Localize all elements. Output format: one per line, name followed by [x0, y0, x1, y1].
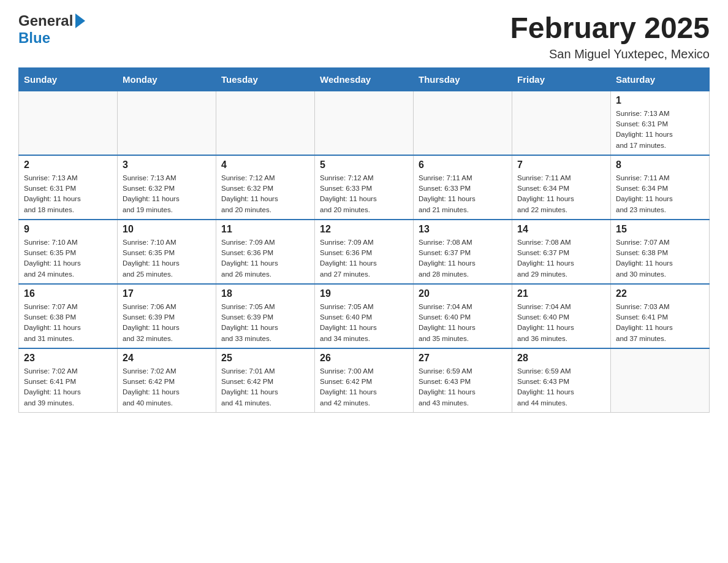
calendar-week-row: 16Sunrise: 7:07 AM Sunset: 6:38 PM Dayli…: [19, 284, 710, 348]
calendar-day-cell: 22Sunrise: 7:03 AM Sunset: 6:41 PM Dayli…: [611, 284, 710, 348]
calendar-day-cell: 3Sunrise: 7:13 AM Sunset: 6:32 PM Daylig…: [118, 155, 216, 220]
calendar-day-cell: 2Sunrise: 7:13 AM Sunset: 6:31 PM Daylig…: [19, 155, 118, 220]
day-number: 5: [320, 159, 408, 170]
calendar-header-friday: Friday: [512, 67, 611, 91]
day-number: 7: [517, 159, 605, 170]
day-info: Sunrise: 6:59 AM Sunset: 6:43 PM Dayligh…: [517, 366, 605, 408]
logo-blue-text: Blue: [18, 29, 50, 47]
page-header: General Blue February 2025 San Miguel Yu…: [18, 12, 710, 61]
location-title: San Miguel Yuxtepec, Mexico: [510, 47, 710, 61]
day-info: Sunrise: 7:05 AM Sunset: 6:40 PM Dayligh…: [320, 302, 408, 344]
day-number: 3: [123, 159, 211, 170]
calendar-day-cell: 28Sunrise: 6:59 AM Sunset: 6:43 PM Dayli…: [512, 348, 611, 413]
calendar-day-cell: [414, 91, 512, 155]
calendar-day-cell: 21Sunrise: 7:04 AM Sunset: 6:40 PM Dayli…: [512, 284, 611, 348]
calendar-day-cell: 17Sunrise: 7:06 AM Sunset: 6:39 PM Dayli…: [118, 284, 216, 348]
day-number: 9: [24, 224, 112, 235]
day-info: Sunrise: 7:09 AM Sunset: 6:36 PM Dayligh…: [320, 237, 408, 280]
month-title: February 2025: [510, 12, 710, 45]
calendar-header-monday: Monday: [118, 67, 216, 91]
day-info: Sunrise: 7:10 AM Sunset: 6:35 PM Dayligh…: [24, 237, 112, 280]
calendar-day-cell: 4Sunrise: 7:12 AM Sunset: 6:32 PM Daylig…: [216, 155, 315, 220]
day-number: 26: [320, 353, 408, 364]
day-number: 22: [616, 288, 704, 299]
calendar-day-cell: 23Sunrise: 7:02 AM Sunset: 6:41 PM Dayli…: [19, 348, 118, 413]
day-info: Sunrise: 7:11 AM Sunset: 6:34 PM Dayligh…: [517, 173, 605, 215]
day-number: 16: [24, 288, 112, 299]
day-number: 15: [616, 224, 704, 235]
calendar-day-cell: 6Sunrise: 7:11 AM Sunset: 6:33 PM Daylig…: [414, 155, 512, 220]
day-info: Sunrise: 7:00 AM Sunset: 6:42 PM Dayligh…: [320, 366, 408, 408]
calendar-day-cell: [315, 91, 414, 155]
calendar-week-row: 2Sunrise: 7:13 AM Sunset: 6:31 PM Daylig…: [19, 155, 710, 220]
calendar-day-cell: 15Sunrise: 7:07 AM Sunset: 6:38 PM Dayli…: [611, 220, 710, 284]
day-info: Sunrise: 7:11 AM Sunset: 6:33 PM Dayligh…: [419, 173, 507, 215]
day-info: Sunrise: 7:10 AM Sunset: 6:35 PM Dayligh…: [123, 237, 211, 280]
day-number: 21: [517, 288, 605, 299]
calendar-week-row: 1Sunrise: 7:13 AM Sunset: 6:31 PM Daylig…: [19, 91, 710, 155]
calendar-header-sunday: Sunday: [19, 67, 118, 91]
calendar-day-cell: 18Sunrise: 7:05 AM Sunset: 6:39 PM Dayli…: [216, 284, 315, 348]
day-info: Sunrise: 7:12 AM Sunset: 6:33 PM Dayligh…: [320, 173, 408, 215]
day-info: Sunrise: 7:02 AM Sunset: 6:41 PM Dayligh…: [24, 366, 112, 408]
calendar-header-tuesday: Tuesday: [216, 67, 315, 91]
calendar-week-row: 9Sunrise: 7:10 AM Sunset: 6:35 PM Daylig…: [19, 220, 710, 284]
calendar-day-cell: 27Sunrise: 6:59 AM Sunset: 6:43 PM Dayli…: [414, 348, 512, 413]
day-info: Sunrise: 7:02 AM Sunset: 6:42 PM Dayligh…: [123, 366, 211, 408]
calendar-header-saturday: Saturday: [611, 67, 710, 91]
calendar-day-cell: 20Sunrise: 7:04 AM Sunset: 6:40 PM Dayli…: [414, 284, 512, 348]
day-info: Sunrise: 7:13 AM Sunset: 6:31 PM Dayligh…: [616, 109, 704, 151]
calendar-day-cell: 13Sunrise: 7:08 AM Sunset: 6:37 PM Dayli…: [414, 220, 512, 284]
calendar-day-cell: 24Sunrise: 7:02 AM Sunset: 6:42 PM Dayli…: [118, 348, 216, 413]
day-number: 18: [221, 288, 309, 299]
calendar-header-thursday: Thursday: [414, 67, 512, 91]
day-number: 19: [320, 288, 408, 299]
day-number: 28: [517, 353, 605, 364]
calendar-day-cell: 9Sunrise: 7:10 AM Sunset: 6:35 PM Daylig…: [19, 220, 118, 284]
day-info: Sunrise: 7:08 AM Sunset: 6:37 PM Dayligh…: [517, 237, 605, 280]
day-number: 6: [419, 159, 507, 170]
logo: General Blue: [18, 12, 85, 47]
logo-general-text: General: [18, 12, 73, 29]
calendar-day-cell: 14Sunrise: 7:08 AM Sunset: 6:37 PM Dayli…: [512, 220, 611, 284]
day-number: 23: [24, 353, 112, 364]
day-info: Sunrise: 7:07 AM Sunset: 6:38 PM Dayligh…: [616, 237, 704, 280]
day-number: 17: [123, 288, 211, 299]
day-number: 2: [24, 159, 112, 170]
calendar-header-row: SundayMondayTuesdayWednesdayThursdayFrid…: [19, 67, 710, 91]
day-info: Sunrise: 7:13 AM Sunset: 6:31 PM Dayligh…: [24, 173, 112, 215]
day-info: Sunrise: 7:04 AM Sunset: 6:40 PM Dayligh…: [517, 302, 605, 344]
day-number: 8: [616, 159, 704, 170]
calendar-day-cell: [19, 91, 118, 155]
day-number: 12: [320, 224, 408, 235]
calendar-header-wednesday: Wednesday: [315, 67, 414, 91]
calendar-day-cell: 5Sunrise: 7:12 AM Sunset: 6:33 PM Daylig…: [315, 155, 414, 220]
day-info: Sunrise: 7:13 AM Sunset: 6:32 PM Dayligh…: [123, 173, 211, 215]
calendar-day-cell: 25Sunrise: 7:01 AM Sunset: 6:42 PM Dayli…: [216, 348, 315, 413]
calendar-day-cell: [216, 91, 315, 155]
calendar-day-cell: [611, 348, 710, 413]
calendar-day-cell: 16Sunrise: 7:07 AM Sunset: 6:38 PM Dayli…: [19, 284, 118, 348]
calendar-day-cell: 12Sunrise: 7:09 AM Sunset: 6:36 PM Dayli…: [315, 220, 414, 284]
day-number: 20: [419, 288, 507, 299]
calendar-day-cell: 8Sunrise: 7:11 AM Sunset: 6:34 PM Daylig…: [611, 155, 710, 220]
calendar-day-cell: [118, 91, 216, 155]
day-number: 13: [419, 224, 507, 235]
day-number: 1: [616, 95, 704, 106]
day-number: 11: [221, 224, 309, 235]
day-info: Sunrise: 7:03 AM Sunset: 6:41 PM Dayligh…: [616, 302, 704, 344]
day-info: Sunrise: 7:04 AM Sunset: 6:40 PM Dayligh…: [419, 302, 507, 344]
calendar-day-cell: 26Sunrise: 7:00 AM Sunset: 6:42 PM Dayli…: [315, 348, 414, 413]
day-info: Sunrise: 7:07 AM Sunset: 6:38 PM Dayligh…: [24, 302, 112, 344]
day-number: 25: [221, 353, 309, 364]
day-info: Sunrise: 7:08 AM Sunset: 6:37 PM Dayligh…: [419, 237, 507, 280]
day-number: 10: [123, 224, 211, 235]
calendar-table: SundayMondayTuesdayWednesdayThursdayFrid…: [18, 67, 710, 413]
day-info: Sunrise: 7:11 AM Sunset: 6:34 PM Dayligh…: [616, 173, 704, 215]
calendar-day-cell: 7Sunrise: 7:11 AM Sunset: 6:34 PM Daylig…: [512, 155, 611, 220]
calendar-week-row: 23Sunrise: 7:02 AM Sunset: 6:41 PM Dayli…: [19, 348, 710, 413]
calendar-day-cell: 19Sunrise: 7:05 AM Sunset: 6:40 PM Dayli…: [315, 284, 414, 348]
calendar-day-cell: 1Sunrise: 7:13 AM Sunset: 6:31 PM Daylig…: [611, 91, 710, 155]
day-number: 14: [517, 224, 605, 235]
day-number: 24: [123, 353, 211, 364]
